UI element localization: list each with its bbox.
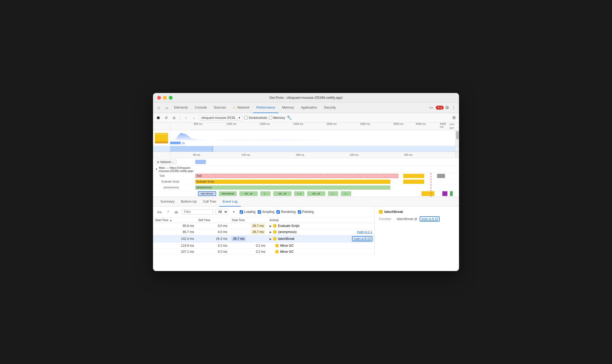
case-sensitive-button[interactable]: ab <box>173 209 179 215</box>
upload-button[interactable]: ↑ <box>183 115 189 121</box>
network-pill[interactable]: ▶ Network ... <box>155 160 177 164</box>
rendering-checkbox-label[interactable]: Rendering <box>276 210 295 214</box>
close-button[interactable] <box>157 96 161 100</box>
self-time-cell: 0.2 ms <box>196 243 229 249</box>
tab-console[interactable]: Console <box>192 102 210 113</box>
col-activity[interactable]: Activity <box>267 217 374 223</box>
screenshots-checkbox-label[interactable]: Screenshots <box>244 116 267 120</box>
fn-bar-4[interactable]: tak...ak <box>273 191 291 196</box>
regex-button[interactable]: .* <box>165 209 171 215</box>
selection-scrollbar[interactable] <box>455 146 459 152</box>
start-time-cell: 119.9 ms <box>153 243 196 249</box>
timeline-container: 999 ms 1499 ms 1999 ms 2499 ms 2999 ms 3… <box>153 123 459 197</box>
tab-network[interactable]: ⚠ Network <box>230 102 253 113</box>
ruler-label-999: 999 ms <box>194 123 202 125</box>
col-start-time[interactable]: Start Time ▲ <box>153 217 196 223</box>
takeabreak-selected-bar[interactable]: takeABreak <box>198 191 216 196</box>
selection-area[interactable] <box>170 146 455 152</box>
font-size-button[interactable]: Aa <box>156 209 163 215</box>
timeline-scrollbar[interactable] <box>455 130 459 146</box>
screenshots-checkbox[interactable] <box>244 116 248 119</box>
fn-bar-7[interactable]: t... <box>328 191 338 196</box>
filter-row: Aa .* ab All ▾ Loading Scripting <box>153 207 374 217</box>
memory-checkbox[interactable] <box>269 116 272 119</box>
col-self-time[interactable]: Self Time <box>196 217 229 223</box>
task-bar: Task <box>195 174 398 178</box>
ruler2-scrollbar[interactable] <box>455 152 459 158</box>
sort-icon: ▲ <box>170 219 172 222</box>
tab-security[interactable]: Security <box>321 102 339 113</box>
fn-bar-6[interactable]: tak...ak <box>307 191 325 196</box>
table-row[interactable]: 107.1 ms 0.2 ms 0.2 ms Minor GC <box>153 249 374 255</box>
fn-bar-1[interactable]: takeABreak <box>219 191 237 196</box>
table-row[interactable]: 80.6 ms 0.0 ms 26.7 ms ▶ Evaluate Script <box>153 223 374 229</box>
reload-button[interactable]: ↺ <box>163 115 169 121</box>
throttle-icon[interactable]: 🔧 <box>287 115 292 120</box>
table-row[interactable]: 119.9 ms 0.2 ms 0.2 ms Minor GC <box>153 243 374 249</box>
scrollbar-thumb[interactable] <box>456 131 459 139</box>
left-panel: Aa .* ab All ▾ Loading Scripting <box>153 207 374 255</box>
clear-button[interactable]: ⊘ <box>171 115 177 121</box>
detail-title: takeABreak <box>379 210 455 214</box>
devtools-tab-bar: ⊹ ▱ Elements Console Sources ⚠ Network P… <box>153 102 459 113</box>
ruler2-indent <box>153 152 170 158</box>
painting-checkbox-label[interactable]: Painting <box>298 210 314 214</box>
rendering-checkbox[interactable] <box>276 210 280 214</box>
table-row[interactable]: 80.7 ms 0.0 ms 26.7 ms ▶ (anonymous) <box>153 229 374 235</box>
fn-bar-5[interactable]: t...k <box>294 191 304 196</box>
functions-row: takeABreak takeABreak tak...ak t... tak.… <box>153 190 459 197</box>
maximize-button[interactable] <box>169 96 173 100</box>
loading-checkbox-label[interactable]: Loading <box>240 210 256 214</box>
tab-elements[interactable]: Elements <box>171 102 191 113</box>
fn-bar-3[interactable]: t... <box>260 191 271 196</box>
self-time-cell: 0.2 ms <box>196 249 229 255</box>
net-label: NET <box>449 127 458 129</box>
cpu-net-chart-area[interactable] <box>153 130 459 146</box>
source-link[interactable]: main.js:1:1 <box>357 230 372 234</box>
inspect-icon[interactable]: ⊹ <box>155 104 163 111</box>
more-tabs-button[interactable]: >> <box>427 105 435 111</box>
tab-summary[interactable]: Summary <box>157 197 178 207</box>
perf-settings-icon[interactable]: ⚙ <box>451 114 457 121</box>
loading-checkbox[interactable] <box>240 210 243 214</box>
filter-input[interactable] <box>182 209 213 214</box>
ruler-label-4499: 4499 ms <box>416 123 426 125</box>
device-icon[interactable]: ▱ <box>163 104 170 111</box>
ruler-label-3499: 3499 ms <box>360 123 370 125</box>
start-time-cell: 107.1 ms <box>153 249 196 255</box>
expand-icon[interactable]: ▶ <box>270 225 272 227</box>
scripting-checkbox-label[interactable]: Scripting <box>258 210 275 214</box>
expand-icon[interactable]: ▶ <box>270 231 272 234</box>
more-icon[interactable]: ⋮ <box>451 104 457 111</box>
settings-icon[interactable]: ⚙ <box>444 104 450 111</box>
tab-performance[interactable]: Performance <box>253 102 279 113</box>
tab-memory[interactable]: Memory <box>279 102 297 113</box>
scripting-checkbox[interactable] <box>258 210 261 214</box>
record-button[interactable]: ⏺ <box>155 115 161 121</box>
selection-bar[interactable] <box>153 146 459 152</box>
tab-sources[interactable]: Sources <box>211 102 229 113</box>
memory-checkbox-label[interactable]: Memory <box>269 116 285 120</box>
function-link[interactable]: main.js:6:10 <box>420 216 440 222</box>
top-ruler: 999 ms 1499 ms 1999 ms 2499 ms 2999 ms 3… <box>170 123 448 130</box>
tab-call-tree[interactable]: Call Tree <box>200 197 219 207</box>
selection-indent <box>153 146 170 152</box>
function-bars: takeABreak takeABreak tak...ak t... tak.… <box>195 191 455 196</box>
tab-event-log[interactable]: Event Log <box>219 197 240 207</box>
fn-bar-8[interactable]: t... <box>341 191 351 196</box>
tab-application[interactable]: Application <box>298 102 320 113</box>
eval-bar: Evaluate Script <box>195 180 390 184</box>
download-button[interactable]: ↓ <box>191 115 197 121</box>
type-filter-select[interactable]: All <box>215 209 228 215</box>
source-link-circled[interactable]: main.js:6:10 <box>352 236 372 241</box>
painting-checkbox[interactable] <box>298 210 301 214</box>
minimize-button[interactable] <box>163 96 167 100</box>
url-dropdown[interactable]: clinquant-mousse-2f239... ▾ <box>199 115 243 120</box>
task-row: Task Task <box>153 173 459 179</box>
col-total-time[interactable]: Total Time <box>229 217 267 223</box>
fn-bar-2[interactable]: tak...ak <box>239 191 258 196</box>
dropdown-arrow-icon[interactable]: ▾ <box>230 208 238 216</box>
table-row[interactable]: 102.4 ms 26.3 ms 26.7 ms ▶ takeABreak <box>153 235 374 243</box>
expand-icon[interactable]: ▶ <box>270 237 272 240</box>
tab-bottom-up[interactable]: Bottom-Up <box>178 197 200 207</box>
